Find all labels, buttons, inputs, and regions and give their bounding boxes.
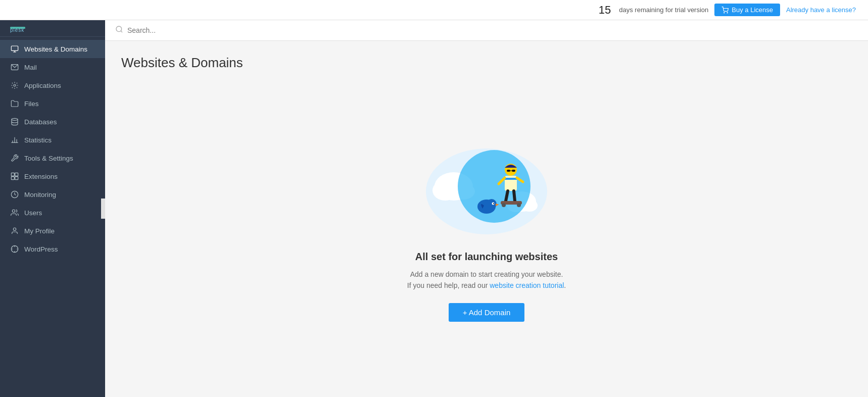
sidebar-item-label: Monitoring: [24, 191, 56, 199]
sidebar-item-label: Statistics: [24, 136, 52, 144]
logo: plesk: [0, 20, 105, 37]
svg-point-47: [517, 203, 521, 207]
empty-state: All set for launching websites Add a new…: [105, 61, 868, 397]
folder-icon: [10, 99, 19, 108]
sidebar-item-databases[interactable]: Databases: [0, 113, 105, 131]
monitor-icon: [10, 44, 19, 54]
search-input[interactable]: [127, 26, 858, 34]
already-have-license-link[interactable]: Already have a license?: [786, 6, 856, 14]
svg-point-34: [493, 203, 494, 204]
tutorial-link[interactable]: website creation tutorial: [490, 281, 564, 289]
profile-icon: [10, 226, 19, 235]
svg-point-31: [487, 199, 497, 209]
svg-point-1: [727, 12, 728, 13]
svg-rect-37: [512, 170, 515, 172]
sidebar-item-label: My Profile: [24, 227, 55, 235]
monitoring-icon: [10, 190, 19, 199]
svg-point-7: [12, 118, 18, 120]
sidebar-item-monitoring[interactable]: Monitoring: [0, 185, 105, 204]
apps-icon: [10, 81, 19, 90]
sidebar-item-extensions[interactable]: Extensions: [0, 167, 105, 185]
page-area: Websites & Domains: [105, 41, 868, 397]
sidebar-item-label: Databases: [24, 118, 57, 126]
extensions-icon: [10, 172, 19, 181]
sidebar-item-label: Extensions: [24, 173, 58, 180]
users-icon: [10, 208, 19, 217]
svg-rect-12: [11, 173, 14, 176]
svg-point-46: [502, 203, 506, 207]
sidebar-item-my-profile[interactable]: My Profile: [0, 222, 105, 240]
svg-line-21: [121, 31, 122, 32]
svg-point-0: [724, 12, 725, 13]
svg-rect-40: [505, 178, 517, 180]
svg-rect-14: [11, 177, 14, 180]
svg-line-44: [514, 191, 515, 201]
sidebar-item-tools-settings[interactable]: Tools & Settings: [0, 149, 105, 167]
database-icon: [10, 117, 19, 126]
svg-point-17: [12, 210, 15, 212]
tools-icon: [10, 154, 19, 163]
sidebar-item-label: Mail: [24, 64, 37, 71]
bar-chart-icon: [10, 135, 19, 144]
svg-point-29: [458, 150, 531, 223]
sidebar-item-label: Applications: [24, 82, 61, 89]
nav-items-container: Websites & Domains Mail Applications Fil…: [0, 40, 105, 258]
sidebar: plesk Websites & Domains Mail Applicatio…: [0, 20, 105, 397]
svg-line-43: [506, 191, 508, 201]
sidebar-collapse-button[interactable]: ‹: [101, 199, 105, 219]
sidebar-item-mail[interactable]: Mail: [0, 58, 105, 76]
svg-rect-36: [507, 170, 510, 172]
buy-license-label: Buy a License: [732, 6, 773, 14]
svg-rect-2: [11, 46, 18, 51]
sidebar-item-label: Websites & Domains: [24, 45, 87, 53]
sidebar-item-label: Users: [24, 209, 42, 217]
top-bar: 15 days remaining for trial version Buy …: [0, 0, 868, 20]
sidebar-item-files[interactable]: Files: [0, 94, 105, 113]
svg-point-6: [14, 84, 16, 86]
search-icon: [115, 25, 123, 35]
logo-text: plesk: [10, 27, 25, 29]
trial-days: 15: [599, 4, 611, 17]
svg-point-20: [116, 26, 122, 32]
main-content: Websites & Domains: [105, 20, 868, 397]
mail-icon: [10, 63, 19, 72]
trial-text: days remaining for trial version: [619, 6, 708, 14]
svg-rect-15: [15, 177, 18, 180]
sidebar-item-wordpress[interactable]: WordPress: [0, 240, 105, 258]
sidebar-item-label: WordPress: [24, 245, 58, 253]
add-domain-button[interactable]: + Add Domain: [449, 303, 525, 322]
sidebar-item-label: Tools & Settings: [24, 155, 73, 162]
search-bar: [105, 20, 868, 41]
empty-state-description: Add a new domain to start creating your …: [407, 269, 566, 291]
main-layout: plesk Websites & Domains Mail Applicatio…: [0, 20, 868, 397]
buy-license-button[interactable]: Buy a License: [714, 4, 780, 16]
svg-point-18: [13, 228, 16, 230]
period: .: [564, 281, 566, 289]
sidebar-item-websites-domains[interactable]: Websites & Domains: [0, 40, 105, 58]
sidebar-item-applications[interactable]: Applications: [0, 76, 105, 94]
sidebar-item-statistics[interactable]: Statistics: [0, 131, 105, 149]
wordpress-icon: [10, 244, 19, 254]
sidebar-item-label: Files: [24, 100, 39, 108]
sidebar-item-users[interactable]: Users: [0, 204, 105, 222]
svg-rect-13: [15, 173, 18, 176]
cart-icon: [721, 7, 729, 14]
empty-state-title: All set for launching websites: [415, 251, 558, 263]
illustration: [416, 136, 557, 237]
